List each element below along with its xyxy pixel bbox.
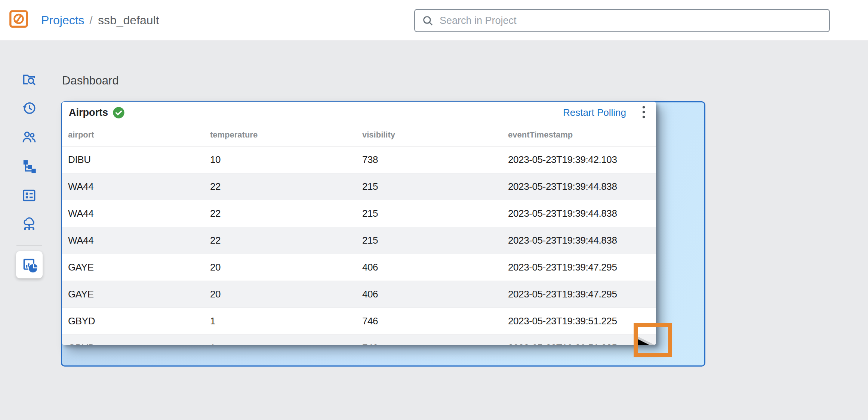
table-cell: 2023-05-23T19:39:47.295	[508, 262, 656, 273]
table-row: WA44222152023-05-23T19:39:44.838	[62, 173, 656, 200]
table-cell: 10	[210, 154, 362, 166]
table-cell: WA44	[62, 235, 210, 246]
table-cell: 1	[210, 315, 362, 327]
table-cell: 215	[362, 208, 508, 219]
table-cell: 406	[362, 288, 508, 300]
table-cell: 2023-05-23T19:39:44.838	[508, 235, 656, 246]
forms-list-icon	[21, 187, 37, 204]
column-header-temperature[interactable]: temperature	[210, 130, 362, 140]
sidebar-item-history[interactable]	[21, 100, 37, 116]
widget-title: Airports	[69, 107, 108, 118]
history-icon	[21, 100, 37, 116]
column-header-visibility[interactable]: visibility	[362, 130, 508, 140]
table-cell: 738	[362, 154, 508, 166]
table-cell: 746	[362, 342, 508, 345]
table-row: GBYD17462023-05-23T19:39:51.225	[62, 335, 656, 345]
table-cell: WA44	[62, 208, 210, 219]
breadcrumb-separator: /	[90, 14, 93, 27]
search-input[interactable]	[440, 15, 822, 27]
table-cell: 22	[210, 208, 362, 219]
table-cell: 215	[362, 181, 508, 192]
table-cell: 215	[362, 235, 508, 246]
project-search[interactable]	[414, 9, 830, 32]
table-row: GAYE204062023-05-23T19:39:47.295	[62, 254, 656, 281]
kebab-menu-icon	[642, 105, 646, 120]
table-cell: 20	[210, 288, 362, 300]
table-cell: 2023-05-23T19:39:44.838	[508, 208, 656, 219]
table-cell: WA44	[62, 181, 210, 192]
table-cell: 2023-05-23T19:39:44.838	[508, 181, 656, 192]
table-cell: 22	[210, 235, 362, 246]
breadcrumb-current-project: ssb_default	[98, 13, 159, 27]
table-cell: GAYE	[62, 262, 210, 273]
page-title: Dashboard	[62, 74, 119, 87]
table-row: WA44222152023-05-23T19:39:44.838	[62, 227, 656, 254]
table-cell: GBYD	[62, 342, 210, 345]
sidebar-item-explorer[interactable]	[21, 71, 37, 87]
users-icon	[21, 129, 37, 145]
widget-header: Airports Restart Polling	[62, 102, 656, 123]
table-cell: 746	[362, 315, 508, 327]
table-row: DIBU107382023-05-23T19:39:42.103	[62, 146, 656, 173]
table-cell: 22	[210, 181, 362, 192]
top-bar: Projects / ssb_default	[0, 0, 868, 40]
airports-widget: Airports Restart Polling airporttemperat…	[62, 102, 656, 345]
restart-polling-link[interactable]: Restart Polling	[563, 107, 626, 118]
table-cell: GAYE	[62, 288, 210, 300]
breadcrumb: Projects / ssb_default	[41, 0, 159, 40]
column-header-eventTimestamp[interactable]: eventTimestamp	[508, 130, 656, 140]
sidebar-item-users[interactable]	[21, 129, 37, 145]
dashboard-chart-icon	[21, 256, 38, 274]
sidebar-item-dashboard-active[interactable]	[16, 251, 43, 278]
table-cell: 20	[210, 262, 362, 273]
airports-table-body: DIBU107382023-05-23T19:39:42.103WA442221…	[62, 146, 656, 345]
sidebar-item-forms[interactable]	[21, 187, 37, 204]
success-check-icon	[113, 106, 125, 119]
ssb-app-logo-icon[interactable]	[9, 10, 29, 28]
table-row: WA44222152023-05-23T19:39:44.838	[62, 200, 656, 227]
table-cell: DIBU	[62, 154, 210, 166]
table-cell: GBYD	[62, 315, 210, 327]
sidebar-item-lineage[interactable]	[21, 158, 37, 175]
sidebar-divider	[16, 245, 42, 246]
folder-search-icon	[21, 71, 37, 87]
table-cell: 2023-05-23T19:39:42.103	[508, 154, 656, 166]
column-header-airport[interactable]: airport	[62, 130, 210, 140]
table-cell: 406	[362, 262, 508, 273]
table-cell: 2023-05-23T19:39:47.295	[508, 288, 656, 300]
sidebar-item-cloud[interactable]	[21, 216, 37, 232]
table-row: GBYD17462023-05-23T19:39:51.225	[62, 308, 656, 335]
airports-table-head: airporttemperaturevisibilityeventTimesta…	[62, 123, 656, 146]
cloud-nodes-icon	[21, 216, 37, 232]
table-row: GAYE204062023-05-23T19:39:47.295	[62, 281, 656, 308]
table-cell: 1	[210, 342, 362, 345]
search-icon	[422, 15, 434, 27]
widget-menu-button[interactable]	[642, 105, 646, 120]
annotation-rectangle	[634, 323, 672, 357]
lineage-icon	[21, 158, 37, 175]
breadcrumb-projects-link[interactable]: Projects	[41, 13, 84, 27]
